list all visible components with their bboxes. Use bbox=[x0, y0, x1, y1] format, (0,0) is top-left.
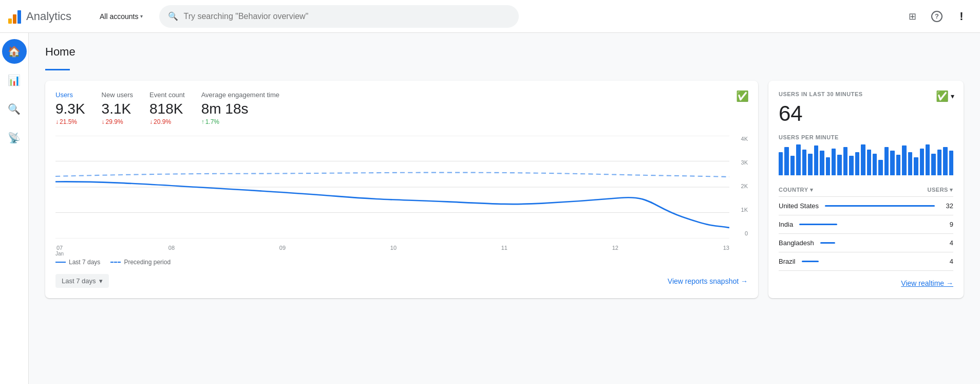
mini-bar-item bbox=[820, 151, 824, 175]
legend-current-label: Last 7 days bbox=[69, 259, 100, 266]
logo-icon bbox=[8, 9, 21, 24]
country-bar-us bbox=[825, 205, 935, 207]
metric-engagement-label: Average engagement time bbox=[201, 91, 279, 99]
mini-bar-item bbox=[926, 144, 930, 175]
country-name-brazil: Brazil bbox=[779, 258, 796, 265]
period-label: Last 7 days bbox=[62, 277, 96, 285]
metric-new-users-label: New users bbox=[102, 91, 133, 99]
x-label-11: 11 bbox=[501, 245, 507, 257]
mini-bar-item bbox=[920, 149, 924, 175]
mini-bar-item bbox=[873, 154, 877, 175]
mini-bar-item bbox=[779, 152, 783, 175]
arrow-up-icon: ↑ bbox=[201, 118, 204, 125]
page-title-area: Home bbox=[45, 45, 964, 70]
metric-event-label: Event count bbox=[149, 91, 185, 99]
mini-bar-item bbox=[896, 155, 900, 175]
alerts-button[interactable]: ! bbox=[951, 6, 972, 27]
mini-bar-chart bbox=[779, 144, 953, 175]
mini-bar-item bbox=[814, 145, 818, 175]
metric-event-count: Event count 818K ↓ 20.9% bbox=[149, 91, 185, 125]
arrow-down-icon: ↓ bbox=[55, 118, 59, 125]
mini-bar-item bbox=[790, 156, 795, 175]
metric-event-value: 818K bbox=[149, 101, 185, 117]
country-bar-india bbox=[799, 224, 935, 225]
realtime-card: ✅ ▾ USERS IN LAST 30 MINUTES 64 USERS PE… bbox=[768, 81, 964, 298]
mini-bar-item bbox=[949, 151, 953, 175]
mini-bar-item bbox=[931, 154, 935, 175]
x-label-10: 10 bbox=[390, 245, 397, 257]
mini-bar-item bbox=[796, 144, 800, 175]
country-count-india: 9 bbox=[941, 221, 953, 228]
logo-area: Analytics bbox=[8, 9, 96, 24]
accounts-label: All accounts bbox=[100, 12, 138, 21]
metric-engagement-value: 8m 18s bbox=[201, 101, 279, 117]
chevron-down-icon: ▾ bbox=[140, 13, 143, 19]
country-row-us: United States 32 bbox=[779, 197, 953, 215]
mini-bar-item bbox=[884, 147, 889, 175]
x-label-07: 07 Jan bbox=[55, 245, 64, 257]
country-bar-brazil bbox=[802, 261, 935, 262]
arrow-down-icon: ↓ bbox=[149, 118, 153, 125]
country-name-bangladesh: Bangladesh bbox=[779, 239, 814, 247]
metric-users-value: 9.3K bbox=[55, 101, 85, 117]
sidebar-item-home[interactable]: 🏠 bbox=[2, 39, 27, 64]
metric-new-users-change: ↓ 29.9% bbox=[102, 118, 133, 125]
country-table-header: COUNTRY ▾ USERS ▾ bbox=[779, 184, 953, 197]
card-bottom: Last 7 days ▾ View reports snapshot → bbox=[55, 274, 748, 288]
realtime-check-icon: ✅ bbox=[936, 90, 949, 102]
metric-new-users-value: 3.1K bbox=[102, 101, 133, 117]
home-icon: 🏠 bbox=[8, 45, 21, 58]
metrics-row: Users 9.3K ↓ 21.5% New users 3.1K ↓ 29.9… bbox=[55, 91, 748, 125]
mini-bar-item bbox=[784, 147, 788, 175]
mini-bar-item bbox=[843, 147, 847, 175]
check-dropdown-area: ✅ ▾ bbox=[936, 90, 954, 102]
realtime-header: USERS IN LAST 30 MINUTES bbox=[779, 91, 953, 97]
country-column-header[interactable]: COUNTRY ▾ bbox=[779, 187, 813, 193]
country-count-brazil: 4 bbox=[941, 258, 953, 265]
mini-bar-item bbox=[914, 157, 918, 175]
country-bar-bangladesh bbox=[820, 242, 935, 244]
mini-bar-item bbox=[855, 152, 859, 175]
mini-bar-item bbox=[808, 154, 812, 175]
metric-event-change: ↓ 20.9% bbox=[149, 118, 185, 125]
country-row-bangladesh: Bangladesh 4 bbox=[779, 234, 953, 252]
x-axis-labels: 07 Jan 08 09 10 11 12 13 bbox=[55, 245, 748, 257]
topnav: Analytics All accounts ▾ 🔍 ⊞ ? ! bbox=[0, 0, 980, 33]
page-title: Home bbox=[45, 45, 964, 59]
accounts-button[interactable]: All accounts ▾ bbox=[96, 9, 147, 24]
x-label-13: 13 bbox=[723, 245, 729, 257]
period-chevron-icon: ▾ bbox=[99, 277, 103, 285]
search-icon: 🔍 bbox=[168, 11, 178, 21]
line-chart: 4K 3K 2K 1K 0 bbox=[55, 136, 748, 239]
x-label-12: 12 bbox=[612, 245, 618, 257]
view-reports-link[interactable]: View reports snapshot → bbox=[668, 277, 748, 285]
explore-icon: 🔍 bbox=[8, 103, 21, 115]
nav-right: ⊞ ? ! bbox=[902, 6, 972, 27]
country-name-india: India bbox=[779, 221, 793, 228]
view-realtime-link[interactable]: View realtime → bbox=[779, 279, 953, 287]
help-button[interactable]: ? bbox=[927, 6, 947, 27]
sidebar-item-reports[interactable]: 📊 bbox=[2, 68, 27, 93]
country-row-brazil: Brazil 4 bbox=[779, 252, 953, 271]
users-column-header[interactable]: USERS ▾ bbox=[928, 187, 953, 193]
legend-current: Last 7 days bbox=[55, 259, 100, 266]
metric-engagement: Average engagement time 8m 18s ↑ 1.7% bbox=[201, 91, 279, 125]
country-row-india: India 9 bbox=[779, 215, 953, 234]
y-axis-labels: 4K 3K 2K 1K 0 bbox=[729, 136, 748, 239]
alert-icon: ! bbox=[959, 10, 963, 23]
apps-button[interactable]: ⊞ bbox=[902, 6, 922, 27]
period-select[interactable]: Last 7 days ▾ bbox=[55, 274, 109, 288]
search-input[interactable] bbox=[183, 12, 510, 21]
realtime-dropdown-arrow[interactable]: ▾ bbox=[951, 92, 954, 100]
mini-bar-item bbox=[908, 152, 912, 175]
metric-engagement-change: ↑ 1.7% bbox=[201, 118, 279, 125]
sidebar-item-advertising[interactable]: 📡 bbox=[2, 125, 27, 150]
metric-new-users: New users 3.1K ↓ 29.9% bbox=[102, 91, 133, 125]
mini-bar-item bbox=[832, 149, 836, 175]
users-per-minute-label: USERS PER MINUTE bbox=[779, 134, 953, 140]
app-title: Analytics bbox=[26, 10, 71, 23]
sidebar-item-explore[interactable]: 🔍 bbox=[2, 97, 27, 121]
mini-bar-item bbox=[867, 150, 871, 175]
country-name-us: United States bbox=[779, 202, 819, 210]
check-icon: ✅ bbox=[736, 90, 749, 102]
